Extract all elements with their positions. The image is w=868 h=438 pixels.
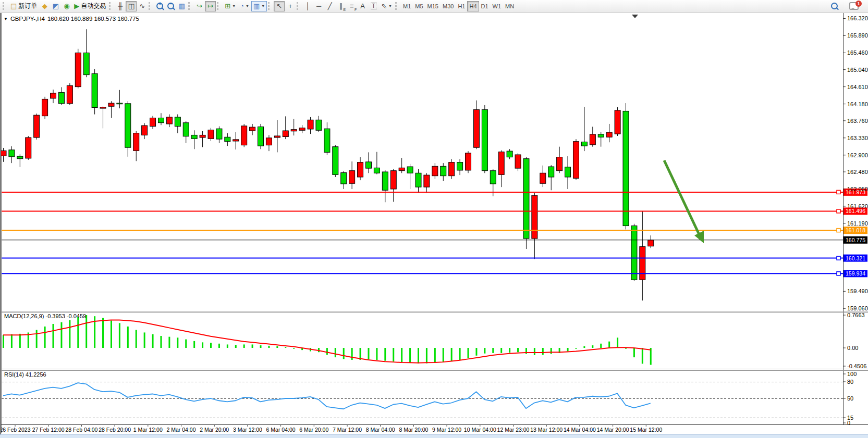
price-tick-label: 165.890 (847, 32, 868, 39)
candle-bear (83, 53, 89, 74)
chart-shift-marker[interactable] (632, 15, 638, 18)
market-watch-button[interactable]: ◆ (39, 1, 50, 11)
timeframe-button-MN[interactable]: MN (503, 1, 516, 11)
signals-button[interactable]: ◉ (61, 1, 72, 11)
indicators-button[interactable]: ⊞▼ (223, 1, 238, 11)
candle-bull (42, 99, 48, 116)
auto-scroll-button[interactable]: ↪ (194, 1, 205, 11)
timeframe-button-H1[interactable]: H1 (456, 1, 467, 11)
auto-trading-button[interactable]: ▶自动交易 (72, 1, 108, 11)
timeframe-label: MN (505, 3, 514, 9)
time-tick-label: 6 Mar 20:00 (299, 427, 328, 433)
time-tick-label: 7 Mar 12:00 (333, 427, 362, 433)
annotation-arrow[interactable] (664, 160, 704, 243)
chart-canvas[interactable]: 161.973161.496161.018160.775160.321159.9… (0, 0, 868, 438)
toolbar-group-handle[interactable] (395, 2, 399, 10)
dropdown-caret-icon[interactable]: ▼ (388, 4, 392, 8)
timeframe-label: M5 (415, 3, 423, 9)
horizontal-line-button[interactable]: ─ (313, 1, 324, 11)
price-tick-label: 161.620 (847, 203, 868, 209)
templates-button[interactable]: ▥▼ (251, 1, 267, 11)
level-line-anchor[interactable] (837, 272, 840, 276)
candle-bull (51, 93, 56, 98)
toolbar-group-handle[interactable] (3, 2, 6, 10)
timeframe-label: M30 (443, 3, 454, 9)
profiles-button[interactable]: ◩ (50, 1, 61, 11)
vertical-line-button[interactable]: │ (302, 1, 313, 11)
symbol-dropdown-icon[interactable]: ▼ (4, 17, 8, 21)
text-button[interactable]: A (357, 1, 368, 11)
fibonacci-button[interactable]: ≡F (346, 1, 357, 11)
template-icon: ▥ (253, 2, 260, 10)
trendline-button[interactable]: ╱ (324, 1, 335, 11)
dropdown-caret-icon[interactable]: ▼ (246, 4, 249, 8)
level-line-anchor[interactable] (837, 190, 840, 194)
level-line-anchor[interactable] (837, 256, 840, 260)
horizontal-line-icon: ─ (316, 2, 321, 10)
bar-chart-button[interactable]: ╫ (115, 1, 126, 11)
crosshair-icon: + (288, 2, 292, 10)
toolbar-group-handle[interactable] (268, 2, 272, 10)
price-level-label: 160.321 (846, 255, 865, 261)
tile-windows-button[interactable]: ▦ (176, 1, 187, 11)
time-tick-label: 2 Mar 04:00 (166, 427, 195, 433)
candle-bear (191, 135, 197, 139)
timeframe-button-M5[interactable]: M5 (413, 1, 425, 11)
candle-bear (441, 166, 446, 176)
search-button[interactable] (829, 1, 840, 11)
candle-bear (17, 156, 23, 159)
timeframe-button-M1[interactable]: M1 (401, 1, 413, 11)
level-line-anchor[interactable] (837, 229, 840, 232)
macd-signal-line (3, 320, 651, 363)
text-label-icon: T (371, 3, 377, 9)
dropdown-caret-icon[interactable]: ▼ (232, 4, 236, 8)
toolbar-group-handle[interactable] (188, 2, 192, 10)
time-tick-label: 14 Mar 20:00 (597, 427, 629, 433)
timeframe-button-M30[interactable]: M30 (441, 1, 456, 11)
candle-bull (308, 120, 313, 129)
level-line-anchor[interactable] (837, 209, 840, 213)
candle-bull (241, 126, 247, 145)
candlestick-chart-button[interactable]: ◫ (126, 1, 137, 11)
timeframe-button-W1[interactable]: W1 (491, 1, 504, 11)
new-order-button[interactable]: ▤新订单 (8, 1, 39, 11)
zoom-out-button[interactable]: − (165, 1, 176, 11)
rsi-line (3, 383, 651, 409)
cursor-button[interactable]: ↖ (274, 1, 285, 11)
time-tick-label: 3 Mar 12:00 (233, 427, 262, 433)
timeframe-button-D1[interactable]: D1 (479, 1, 491, 11)
equidistant-channel-button[interactable]: ∥E (335, 1, 346, 11)
dropdown-caret-icon[interactable]: ▼ (261, 4, 265, 8)
toolbar-group-handle[interactable] (297, 2, 300, 10)
candle-bull (26, 137, 31, 158)
candle-bull (200, 135, 205, 137)
candle-bull (557, 157, 563, 171)
price-tick-label: 159.060 (847, 305, 868, 311)
crosshair-button[interactable]: + (285, 1, 296, 11)
timeframe-button-H4[interactable]: H4 (467, 1, 479, 11)
candle-bear (333, 147, 338, 175)
toolbar-group-handle[interactable] (109, 2, 113, 10)
candles-group (1, 29, 654, 301)
macd-tick-label: 0.7663 (847, 312, 865, 318)
candle-bull (233, 140, 239, 141)
notifications-button[interactable]: 1 (847, 1, 861, 11)
toolbar-group-handle[interactable] (217, 2, 221, 10)
text-label-button[interactable]: T (368, 1, 379, 11)
timeframe-label: M1 (403, 3, 411, 9)
time-tick-label: 15 Mar 12:00 (630, 427, 662, 433)
line-chart-button[interactable]: ∿ (137, 1, 148, 11)
time-tick-label: 13 Mar 12:00 (530, 427, 563, 433)
candle-bull (142, 126, 148, 135)
toolbar-group-handle[interactable] (149, 2, 152, 10)
zoom-in-button[interactable]: + (154, 1, 165, 11)
candle-bear (382, 172, 388, 190)
candle-bull (150, 118, 156, 126)
timeframe-button-M15[interactable]: M15 (425, 1, 441, 11)
candle-bull (100, 107, 106, 108)
periods-button[interactable]: ◔▼ (238, 1, 251, 11)
chart-shift-button[interactable]: ↦ (205, 1, 216, 11)
tile-windows-icon: ▦ (179, 2, 185, 10)
vertical-line-icon: │ (306, 2, 310, 10)
arrows-button[interactable]: ⇖▼ (379, 1, 394, 11)
